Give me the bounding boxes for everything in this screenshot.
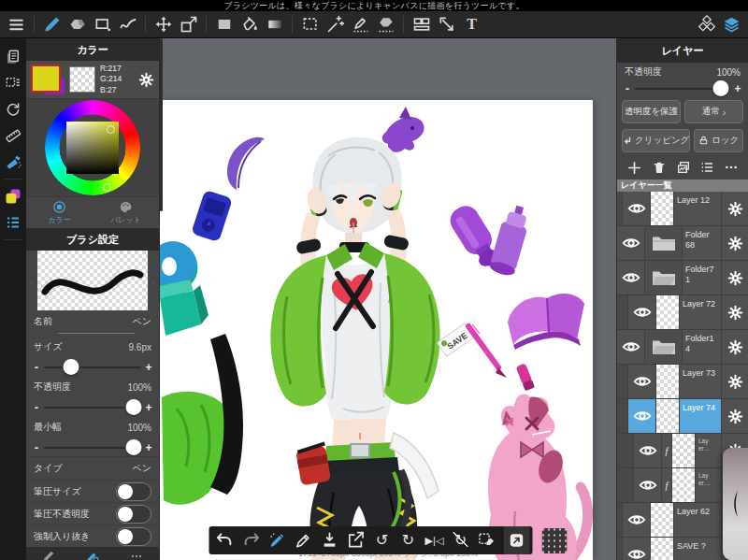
slider-track[interactable] bbox=[44, 407, 141, 409]
layer-visibility-eye-icon[interactable] bbox=[634, 468, 662, 502]
layer-visibility-eye-icon[interactable] bbox=[634, 434, 662, 467]
hue-marker[interactable] bbox=[103, 183, 111, 192]
slider-track[interactable] bbox=[44, 447, 141, 449]
pressure-size-toggle[interactable] bbox=[116, 482, 151, 501]
layer-row[interactable]: Folder7 1 bbox=[617, 261, 748, 295]
curve-tool-icon[interactable] bbox=[115, 13, 140, 36]
airbrush-icon[interactable] bbox=[2, 152, 24, 171]
eraser-tool-icon[interactable] bbox=[65, 13, 90, 36]
select-rect-tool-icon[interactable] bbox=[297, 13, 323, 36]
layer-name[interactable]: Folder1 4 bbox=[683, 330, 722, 364]
layer-visibility-eye-icon[interactable] bbox=[623, 538, 651, 560]
layer-row[interactable]: Folder1 4 bbox=[617, 330, 748, 365]
menu-icon[interactable] bbox=[4, 13, 29, 36]
minus-icon[interactable]: - bbox=[33, 401, 40, 414]
undo-icon[interactable] bbox=[212, 526, 238, 554]
brush-list-icon[interactable] bbox=[2, 213, 24, 232]
layer-thumbnail[interactable] bbox=[672, 468, 696, 502]
select-brush-icon[interactable] bbox=[265, 526, 291, 554]
rotate-ccw-icon[interactable]: ↺ bbox=[369, 526, 396, 554]
folder-icon[interactable] bbox=[645, 261, 683, 294]
layer-visibility-eye-icon[interactable] bbox=[628, 295, 656, 329]
layer-name[interactable]: Folder7 1 bbox=[683, 261, 722, 294]
layer-name[interactable]: Layer 72 bbox=[680, 295, 722, 329]
layer-name[interactable]: Folder 68 bbox=[683, 226, 722, 260]
layer-visibility-eye-icon[interactable] bbox=[617, 330, 645, 364]
reset-rotation-icon[interactable] bbox=[2, 100, 24, 119]
layer-row[interactable]: Layer 12 bbox=[617, 192, 748, 226]
material-cube-icon[interactable] bbox=[694, 13, 719, 36]
more-options-icon[interactable] bbox=[724, 160, 739, 175]
brush-size-slider[interactable]: - + bbox=[26, 358, 159, 376]
layer-name[interactable]: Lay er… bbox=[696, 468, 722, 502]
clipping-button[interactable]: クリッピング bbox=[622, 129, 690, 152]
sv-marker[interactable] bbox=[107, 125, 115, 134]
layer-visibility-eye-icon[interactable] bbox=[628, 365, 656, 398]
canvas-artwork[interactable]: LOVE! bbox=[160, 100, 593, 560]
shape-tool-icon[interactable] bbox=[90, 13, 115, 36]
color-settings-gear-icon[interactable] bbox=[138, 72, 154, 88]
pages-icon[interactable] bbox=[2, 48, 24, 66]
layer-visibility-eye-icon[interactable] bbox=[623, 503, 651, 537]
layer-list-icon[interactable] bbox=[699, 160, 714, 175]
layer-row[interactable]: Layer 72 bbox=[617, 295, 748, 330]
layers-panel-icon[interactable] bbox=[719, 13, 744, 36]
bucket-tool-icon[interactable] bbox=[237, 13, 262, 36]
brush-type-row[interactable]: タイプ ペン bbox=[26, 456, 159, 480]
layer-thumbnail[interactable] bbox=[672, 434, 696, 467]
color-swatches[interactable] bbox=[31, 65, 65, 94]
lock-button[interactable]: ロック bbox=[694, 129, 743, 152]
transparent-color-swatch[interactable] bbox=[69, 66, 95, 93]
foreground-color-swatch[interactable] bbox=[31, 65, 61, 93]
tab-brush[interactable]: ブラシ bbox=[26, 547, 70, 560]
gradient-tool-icon[interactable] bbox=[262, 13, 287, 36]
tab-color[interactable]: カラー bbox=[26, 197, 93, 228]
pen-icon[interactable] bbox=[291, 526, 317, 554]
layer-settings-gear-icon[interactable] bbox=[722, 295, 748, 329]
brush-name-row[interactable]: 名前 ペン bbox=[26, 310, 159, 333]
color-wheel[interactable] bbox=[45, 100, 140, 195]
transform-tool-icon[interactable] bbox=[176, 13, 201, 36]
slider-track[interactable] bbox=[44, 366, 141, 368]
layer-thumbnail[interactable] bbox=[656, 295, 680, 329]
rotate-cw-icon[interactable]: ↻ bbox=[396, 526, 422, 554]
canvas-area[interactable]: LOVE! bbox=[160, 38, 616, 560]
minus-icon[interactable]: - bbox=[624, 82, 631, 95]
plus-icon[interactable]: + bbox=[145, 361, 152, 374]
panel-scrollbar[interactable] bbox=[160, 38, 163, 211]
layer-settings-gear-icon[interactable] bbox=[722, 330, 748, 364]
pressure-opacity-toggle[interactable] bbox=[116, 505, 151, 524]
layer-settings-gear-icon[interactable] bbox=[722, 365, 748, 398]
slider-knob[interactable] bbox=[125, 399, 141, 415]
material-preview-icon[interactable] bbox=[503, 526, 530, 554]
tab-brush-settings[interactable]: ブラシ設定 bbox=[70, 547, 114, 560]
layer-name[interactable]: SAVE ? bbox=[674, 538, 722, 560]
brush-opacity-slider[interactable]: - + bbox=[26, 398, 159, 416]
min-width-slider[interactable]: - + bbox=[26, 438, 159, 456]
layer-visibility-eye-icon[interactable] bbox=[617, 261, 645, 294]
text-tool-icon[interactable]: T bbox=[459, 13, 484, 36]
layer-opacity-slider[interactable]: - + bbox=[617, 79, 748, 97]
layer-preview-popup[interactable] bbox=[723, 448, 748, 560]
color-swatch-icon[interactable] bbox=[2, 187, 24, 206]
redo-icon[interactable] bbox=[238, 526, 265, 554]
disable-rotate-icon[interactable]: ↻ bbox=[448, 526, 474, 554]
select-menu-icon[interactable] bbox=[2, 74, 24, 93]
folder-icon[interactable] bbox=[645, 330, 683, 364]
drag-handle[interactable] bbox=[542, 528, 568, 553]
layer-visibility-eye-icon[interactable] bbox=[617, 226, 645, 260]
ruler-icon[interactable] bbox=[2, 126, 24, 145]
folder-icon[interactable] bbox=[645, 226, 683, 260]
minus-icon[interactable]: - bbox=[33, 441, 40, 454]
layer-row[interactable]: Folder 68 bbox=[617, 226, 748, 261]
prev-brush-chevron-icon[interactable]: ‹ bbox=[26, 251, 37, 310]
next-brush-chevron-icon[interactable]: › bbox=[148, 251, 159, 310]
plus-icon[interactable]: + bbox=[145, 441, 152, 454]
layer-visibility-eye-icon[interactable] bbox=[628, 399, 656, 433]
layer-thumbnail[interactable] bbox=[656, 365, 680, 398]
slider-knob[interactable] bbox=[712, 80, 728, 96]
layer-name[interactable]: Layer 12 bbox=[674, 192, 722, 225]
export-icon[interactable] bbox=[343, 526, 369, 554]
layer-name[interactable]: Layer 62 bbox=[674, 503, 722, 537]
slider-knob[interactable] bbox=[64, 359, 79, 375]
